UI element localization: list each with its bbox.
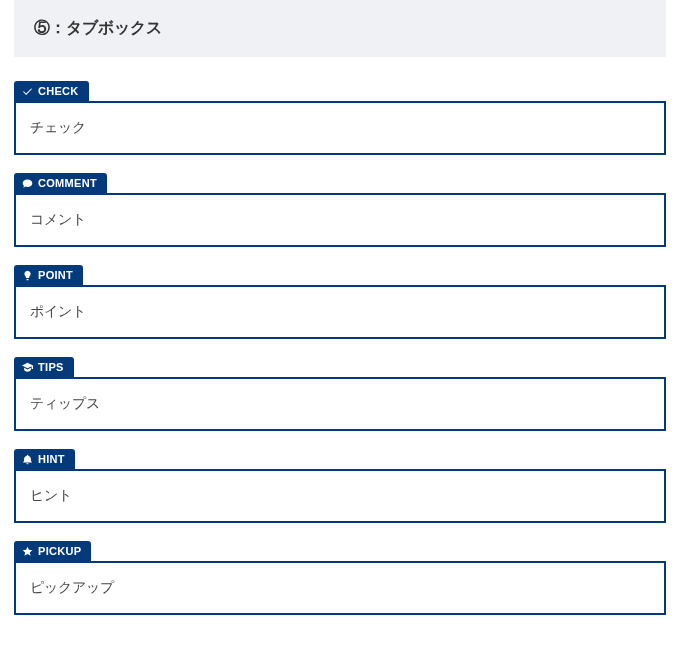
tab-label-point: POINT xyxy=(14,265,83,285)
tab-label-text: TIPS xyxy=(38,361,64,373)
section-title: ⑤：タブボックス xyxy=(34,18,646,39)
tab-label-pickup: PICKUP xyxy=(14,541,91,561)
tab-box-check: CHECK チェック xyxy=(14,81,666,155)
tab-content-pickup: ピックアップ xyxy=(14,561,666,615)
tab-label-text: HINT xyxy=(38,453,65,465)
tab-label-text: COMMENT xyxy=(38,177,97,189)
bell-icon xyxy=(22,454,33,465)
comment-icon xyxy=(22,178,33,189)
tab-content-comment: コメント xyxy=(14,193,666,247)
tab-content-check: チェック xyxy=(14,101,666,155)
lightbulb-icon xyxy=(22,270,33,281)
tab-label-text: POINT xyxy=(38,269,73,281)
tab-label-text: CHECK xyxy=(38,85,79,97)
check-icon xyxy=(22,86,33,97)
tab-content-tips: ティップス xyxy=(14,377,666,431)
section-header: ⑤：タブボックス xyxy=(14,0,666,57)
tab-content-point: ポイント xyxy=(14,285,666,339)
tab-label-text: PICKUP xyxy=(38,545,81,557)
tab-label-comment: COMMENT xyxy=(14,173,107,193)
star-icon xyxy=(22,546,33,557)
tab-label-hint: HINT xyxy=(14,449,75,469)
tab-box-point: POINT ポイント xyxy=(14,265,666,339)
tab-label-tips: TIPS xyxy=(14,357,74,377)
tab-box-hint: HINT ヒント xyxy=(14,449,666,523)
tab-box-comment: COMMENT コメント xyxy=(14,173,666,247)
tab-box-tips: TIPS ティップス xyxy=(14,357,666,431)
tab-box-pickup: PICKUP ピックアップ xyxy=(14,541,666,615)
tab-label-check: CHECK xyxy=(14,81,89,101)
tab-content-hint: ヒント xyxy=(14,469,666,523)
graduation-cap-icon xyxy=(22,362,33,373)
